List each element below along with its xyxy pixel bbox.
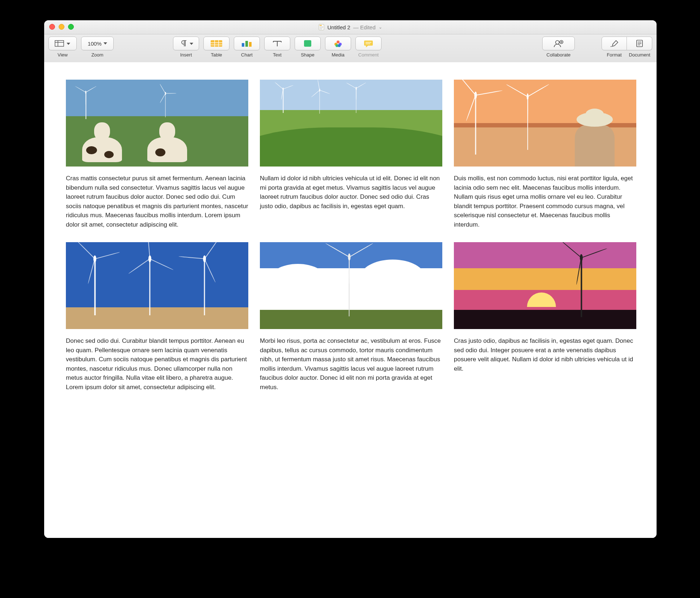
minimize-window-button[interactable] [59,24,64,30]
insert-button[interactable] [173,37,199,50]
svg-point-25 [556,41,559,44]
shape-icon [303,39,312,47]
svg-rect-1 [320,25,322,26]
text-button[interactable] [264,37,290,50]
format-document-group: Format Document [602,37,652,58]
chart-button[interactable] [234,37,260,50]
svg-point-17 [337,41,340,43]
cell-3: Duis mollis, est non commodo luctus, nis… [454,80,636,229]
shape-group: Shape [295,37,321,58]
window-controls [49,24,74,30]
collaborate-label: Collaborate [547,52,571,58]
svg-rect-16 [304,40,311,47]
svg-point-21 [338,44,341,47]
title-area[interactable]: Untitled 2 — Edited ⌄ [319,24,382,30]
zoom-window-button[interactable] [68,24,74,30]
cell-1: Cras mattis consectetur purus sit amet f… [66,80,248,229]
caption-1[interactable]: Cras mattis consectetur purus sit amet f… [66,174,248,229]
text-icon [272,39,283,47]
shape-label: Shape [301,52,315,58]
svg-rect-13 [242,43,244,47]
zoom-group: 100% Zoom [81,37,114,58]
format-button[interactable] [602,37,627,50]
cell-6: Cras justo odio, dapibus ac facilisis in… [454,242,636,392]
image-sunset-person-turbines[interactable] [454,80,636,167]
zoom-label: Zoom [91,52,103,58]
table-group: Table [203,37,229,58]
collaborate-group: Collaborate [542,37,575,58]
app-window: Untitled 2 — Edited ⌄ View 100% Zoom [44,20,657,538]
caption-2[interactable]: Nullam id dolor id nibh ultricies vehicu… [260,174,442,211]
view-icon [54,39,71,47]
text-group: Text [264,37,290,58]
shape-button[interactable] [295,37,321,50]
cell-4: Donec sed odio dui. Curabitur blandit te… [66,242,248,392]
image-cows-turbines[interactable] [66,80,248,167]
table-icon [210,39,223,47]
chevron-down-icon [104,42,107,45]
media-button[interactable] [325,37,351,50]
caption-3[interactable]: Duis mollis, est non commodo luctus, nis… [454,174,636,229]
zoom-value: 100% [88,41,101,47]
svg-rect-5 [55,41,64,46]
insert-label: Insert [180,52,192,58]
chevron-down-icon: ⌄ [379,25,382,30]
view-button[interactable] [49,37,77,50]
edited-indicator: — Edited [353,24,376,30]
format-brush-icon [610,39,619,47]
image-pink-sunset-turbine[interactable] [454,242,636,329]
pilcrow-icon [178,39,194,47]
svg-rect-15 [249,42,252,47]
document-page-icon [636,39,644,47]
toolbar: View 100% Zoom Insert Tabl [44,34,657,65]
caption-5[interactable]: Morbi leo risus, porta ac consectetur ac… [260,336,442,392]
image-clouds-single-turbine[interactable] [260,242,442,329]
cell-5: Morbi leo risus, porta ac consectetur ac… [260,242,442,392]
table-label: Table [211,52,222,58]
comment-label: Comment [358,52,379,58]
titlebar: Untitled 2 — Edited ⌄ [44,20,657,34]
svg-rect-22 [364,41,373,46]
document-button[interactable] [627,37,652,50]
document-canvas[interactable]: Cras mattis consectetur purus sit amet f… [44,62,657,538]
comment-icon [363,39,374,47]
view-group: View [49,37,77,58]
chart-group: Chart [234,37,260,58]
page: Cras mattis consectetur purus sit amet f… [44,62,657,413]
layout-grid: Cras mattis consectetur purus sit amet f… [66,80,636,392]
document-title: Untitled 2 [327,24,350,30]
comment-group: Comment [355,37,381,58]
svg-rect-2 [320,26,323,27]
comment-button[interactable] [355,37,381,50]
svg-rect-4 [320,29,322,29]
svg-rect-8 [211,40,222,47]
view-label: View [58,52,68,58]
document-icon [319,24,324,30]
chart-label: Chart [241,52,253,58]
caption-6[interactable]: Cras justo odio, dapibus ac facilisis in… [454,336,636,373]
media-group: Media [325,37,351,58]
text-label: Text [273,52,282,58]
media-icon [333,39,343,48]
close-window-button[interactable] [49,24,55,30]
svg-rect-3 [320,28,323,28]
caption-4[interactable]: Donec sed odio dui. Curabitur blandit te… [66,336,248,392]
format-label: Format [602,52,627,58]
table-button[interactable] [203,37,229,50]
collaborate-button[interactable] [542,37,575,50]
zoom-dropdown[interactable]: 100% [81,37,114,50]
collaborate-icon [553,39,564,48]
document-label: Document [627,52,652,58]
image-green-hill-turbines[interactable] [260,80,442,167]
chart-icon [241,39,253,47]
cell-2: Nullam id dolor id nibh ultricies vehicu… [260,80,442,229]
svg-rect-14 [245,41,248,47]
insert-group: Insert [173,37,199,58]
media-label: Media [332,52,344,58]
image-blue-sky-turbines[interactable] [66,242,248,329]
